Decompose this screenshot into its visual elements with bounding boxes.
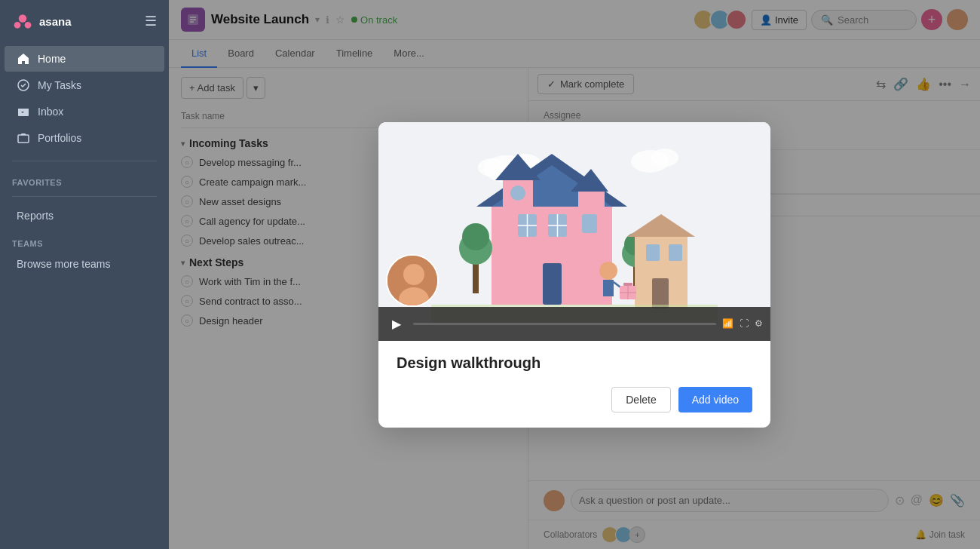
video-overlay: ▶ 📶 ⛶ ⚙ bbox=[378, 307, 770, 341]
svg-point-39 bbox=[599, 262, 617, 280]
video-icons: 📶 ⛶ ⚙ bbox=[722, 318, 763, 329]
svg-rect-38 bbox=[652, 278, 669, 308]
delete-button[interactable]: Delete bbox=[611, 387, 670, 413]
sidebar-nav: Home My Tasks Inbox Portfolios bbox=[0, 42, 169, 155]
teams-label: Teams bbox=[0, 228, 169, 251]
asana-logo: asana bbox=[12, 11, 72, 32]
sidebar-item-reports[interactable]: Reports bbox=[5, 204, 164, 228]
house-illustration bbox=[431, 139, 718, 324]
modal-actions: Delete Add video bbox=[397, 387, 752, 413]
hamburger-button[interactable]: ☰ bbox=[145, 13, 157, 29]
add-video-button[interactable]: Add video bbox=[678, 387, 752, 413]
sidebar-item-portfolios[interactable]: Portfolios bbox=[5, 125, 164, 151]
svg-rect-21 bbox=[582, 214, 597, 233]
fullscreen-icon[interactable]: ⛶ bbox=[740, 318, 749, 329]
sidebar: asana ☰ Home My Tasks Inbox Portfolios F… bbox=[0, 0, 169, 549]
tasks-icon bbox=[17, 78, 30, 92]
svg-point-2 bbox=[25, 22, 32, 29]
favorites-divider bbox=[12, 196, 157, 197]
svg-point-0 bbox=[19, 14, 27, 23]
user-thumbnail bbox=[386, 254, 439, 307]
svg-point-48 bbox=[403, 264, 424, 285]
svg-point-11 bbox=[651, 149, 678, 167]
svg-rect-40 bbox=[603, 280, 614, 296]
portfolio-icon bbox=[17, 131, 30, 145]
favorites-label: Favorites bbox=[0, 167, 169, 190]
nav-divider bbox=[12, 161, 157, 161]
play-button[interactable]: ▶ bbox=[386, 313, 407, 334]
modal-title: Design walkthrough bbox=[397, 354, 752, 372]
sidebar-item-browse-teams[interactable]: Browse more teams bbox=[5, 252, 164, 276]
svg-rect-27 bbox=[543, 263, 562, 305]
sidebar-header: asana ☰ bbox=[0, 0, 169, 42]
modal-overlay[interactable]: ▶ 📶 ⛶ ⚙ Design walkthrough Delete Add vi… bbox=[169, 0, 980, 549]
svg-rect-45 bbox=[623, 283, 632, 286]
sidebar-item-inbox[interactable]: Inbox bbox=[5, 99, 164, 124]
svg-rect-36 bbox=[646, 244, 660, 261]
sidebar-item-my-tasks[interactable]: My Tasks bbox=[5, 72, 164, 98]
video-modal: ▶ 📶 ⛶ ⚙ Design walkthrough Delete Add vi… bbox=[378, 122, 770, 428]
modal-image: ▶ 📶 ⛶ ⚙ bbox=[378, 122, 770, 341]
main-area: Website Launch ▾ ℹ ☆ On track 👤 Invite 🔍… bbox=[169, 0, 980, 549]
svg-rect-37 bbox=[669, 244, 682, 261]
signal-icon: 📶 bbox=[722, 318, 733, 329]
svg-rect-4 bbox=[18, 135, 29, 143]
sidebar-item-home[interactable]: Home bbox=[5, 46, 164, 72]
settings-icon[interactable]: ⚙ bbox=[755, 318, 763, 329]
svg-point-30 bbox=[462, 223, 489, 250]
modal-body: Design walkthrough Delete Add video bbox=[378, 341, 770, 428]
svg-point-1 bbox=[14, 22, 21, 29]
home-icon bbox=[17, 52, 30, 66]
inbox-icon bbox=[17, 105, 30, 118]
video-progress[interactable] bbox=[413, 323, 716, 325]
svg-point-26 bbox=[510, 186, 525, 201]
